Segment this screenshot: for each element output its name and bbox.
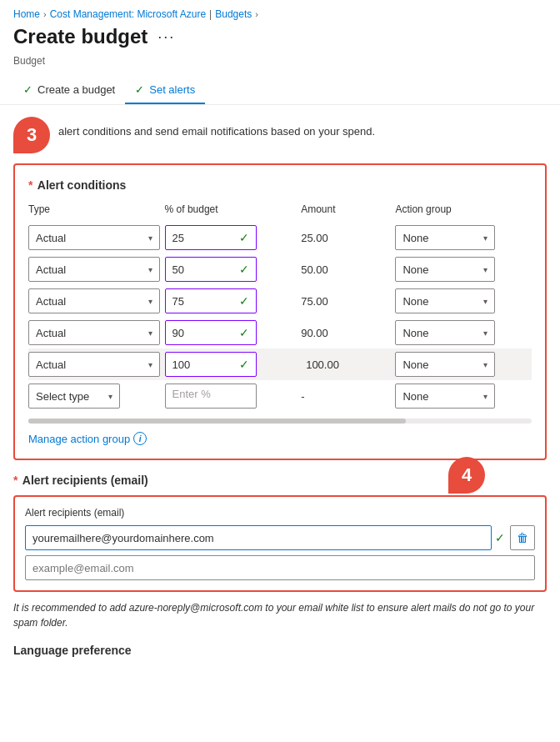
tab-create-budget[interactable]: ✓ Create a budget [13,77,125,104]
tab-label-create-budget: Create a budget [38,83,115,96]
chevron-type-4: ▾ [148,328,152,338]
breadcrumb-chevron-2: › [255,9,258,19]
percent-value-1: 25 [172,232,184,244]
alert-recipients-title: Alert recipients (email) [22,474,148,487]
percent-check-4: ✓ [239,326,249,339]
percent-value-4: 90 [172,327,184,339]
page-title: Create budget [13,25,148,48]
chevron-action-new: ▾ [483,392,488,401]
action-dropdown-5[interactable]: None ▾ [395,352,495,377]
email-check-icon: ✓ [495,531,505,544]
chevron-action-2: ▾ [483,265,488,274]
chevron-action-5: ▾ [483,360,488,369]
breadcrumb-home[interactable]: Home [13,8,40,20]
breadcrumb-budgets[interactable]: Budgets [215,8,252,20]
percent-input-1[interactable]: 25 ✓ [165,225,257,250]
chevron-action-4: ▾ [483,328,488,338]
alert-row-new: Select type ▾ Enter % - None ▾ [28,380,532,412]
amount-3: 75.00 [301,295,328,308]
tab-check-1: ✓ [23,83,32,96]
percent-input-2[interactable]: 50 ✓ [165,257,257,282]
action-dropdown-1[interactable]: None ▾ [395,225,495,250]
required-asterisk-2: * [13,474,18,487]
action-dropdown-3[interactable]: None ▾ [395,288,495,313]
tabs-container: ✓ Create a budget ✓ Set alerts [0,77,560,105]
step3-description: alert conditions and send email notifica… [58,115,375,138]
chevron-type-1: ▾ [148,233,152,243]
action-value-4: None [402,327,428,339]
breadcrumb-cost-management[interactable]: Cost Management: Microsoft Azure [50,8,206,20]
email-input-filled[interactable] [25,525,492,550]
action-dropdown-4[interactable]: None ▾ [395,320,495,345]
type-dropdown-1[interactable]: Actual ▾ [28,225,160,250]
type-value-4: Actual [36,327,66,339]
col-header-action: Action group [395,203,532,222]
required-asterisk-1: * [28,178,32,192]
type-dropdown-2[interactable]: Actual ▾ [28,257,160,282]
email-input-new[interactable] [25,555,535,580]
col-header-amount: Amount [301,203,395,222]
action-value-5: None [402,358,428,371]
info-icon: i [133,432,147,445]
chevron-type-3: ▾ [148,297,152,306]
action-value-2: None [402,263,428,276]
tab-check-2: ✓ [135,83,144,96]
type-value-2: Actual [36,263,66,276]
amount-1: 25.00 [301,232,328,244]
percent-check-2: ✓ [239,263,249,276]
chevron-type-new: ▾ [108,392,112,401]
percent-input-5[interactable]: 100 ✓ [165,352,257,377]
amount-new: - [301,390,304,403]
amount-5: 100.00 [301,355,344,374]
scrollbar-thumb [28,419,406,424]
type-placeholder-new: Select type [36,390,89,403]
delete-email-button[interactable]: 🗑 [510,525,535,550]
action-value-1: None [402,232,428,244]
alert-row-3: Actual ▾ 75 ✓ 75.00 None ▾ [28,285,532,317]
chevron-type-2: ▾ [148,265,152,274]
col-header-percent: % of budget [165,203,302,222]
step3-row: 3 alert conditions and send email notifi… [0,115,560,163]
language-preference-title: Language preference [13,644,547,657]
horizontal-scrollbar[interactable] [28,419,532,424]
action-dropdown-2[interactable]: None ▾ [395,257,495,282]
tab-set-alerts[interactable]: ✓ Set alerts [125,77,205,104]
recipients-card-title: Alert recipients (email) [25,507,535,519]
manage-action-group-link[interactable]: Manage action group i [28,432,532,445]
percent-input-new[interactable]: Enter % [165,384,257,409]
percent-input-3[interactable]: 75 ✓ [165,288,257,313]
step3-indicator: 3 [13,117,50,153]
percent-check-1: ✓ [239,231,249,244]
type-dropdown-3[interactable]: Actual ▾ [28,288,160,313]
breadcrumb: Home › Cost Management: Microsoft Azure … [0,0,560,25]
percent-value-2: 50 [172,263,184,276]
action-dropdown-new[interactable]: None ▾ [395,384,495,409]
type-value-1: Actual [36,232,66,244]
alert-row-5: Actual ▾ 100 ✓ 100.00 None ▾ [28,348,532,380]
tab-label-set-alerts: Set alerts [149,83,195,96]
percent-placeholder-new: Enter % [172,388,211,400]
type-dropdown-5[interactable]: Actual ▾ [28,352,160,377]
step4-indicator: 4 [448,457,485,494]
percent-value-3: 75 [172,295,184,308]
amount-2: 50.00 [301,263,328,276]
alert-conditions-title: * Alert conditions [28,178,532,192]
type-dropdown-4[interactable]: Actual ▾ [28,320,160,345]
action-value-3: None [402,295,428,308]
chevron-action-3: ▾ [483,297,488,306]
amount-4: 90.00 [301,327,328,339]
email-row-filled: ✓ 🗑 [25,525,535,550]
language-preference-section: Language preference [0,630,560,657]
page-header: Create budget ··· [0,25,560,55]
percent-input-4[interactable]: 90 ✓ [165,320,257,345]
recipients-card: Alert recipients (email) ✓ 🗑 [13,495,547,592]
col-header-type: Type [28,203,165,222]
page-subtitle: Budget [0,55,560,77]
ellipsis-button[interactable]: ··· [154,27,178,48]
manage-link-text: Manage action group [28,433,130,445]
alert-row-1: Actual ▾ 25 ✓ 25.00 None ▾ [28,222,532,253]
chevron-action-1: ▾ [483,233,488,243]
alert-conditions-table: Type % of budget Amount Action group Act… [28,203,532,412]
type-dropdown-new[interactable]: Select type ▾ [28,384,120,409]
action-value-new: None [402,390,428,403]
